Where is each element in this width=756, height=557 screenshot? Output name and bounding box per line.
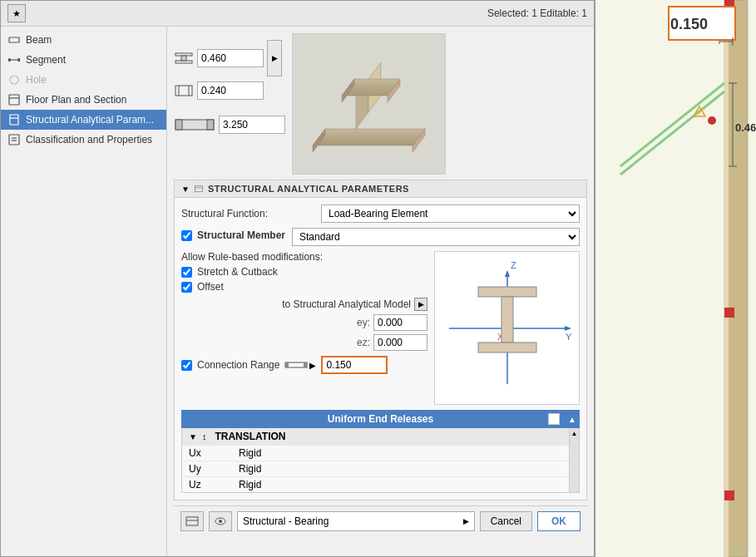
to-structural-label: to Structural Analytical Model — [282, 298, 411, 310]
svg-rect-29 — [195, 185, 203, 192]
offset-checkbox[interactable] — [181, 282, 192, 293]
svg-rect-54 — [724, 490, 734, 500]
bearing-dropdown-label: Structural - Bearing — [243, 515, 329, 527]
ey-input[interactable] — [373, 314, 427, 331]
bearing-dropdown[interactable]: Structural - Bearing ▶ — [237, 511, 475, 531]
translation-row-uy: Uy Rigid — [182, 461, 579, 476]
structural-member-checkbox[interactable] — [181, 230, 192, 241]
structural-member-label: Structural Member — [197, 229, 285, 241]
sidebar-item-classification-label: Classification and Properties — [26, 134, 152, 145]
svg-text:Y: Y — [566, 332, 572, 342]
classification-icon — [7, 133, 21, 146]
left-col: Allow Rule-based modifications: Stretch … — [181, 251, 427, 405]
sidebar-item-beam[interactable]: Beam — [1, 30, 166, 50]
width-param-row: ▶ — [174, 40, 285, 76]
translation-row-uz: Uz Rigid — [182, 476, 579, 492]
sidebar-item-floor-plan[interactable]: Floor Plan and Section — [1, 90, 166, 110]
cancel-button[interactable]: Cancel — [480, 511, 532, 531]
sidebar-item-hole[interactable]: Hole — [1, 70, 166, 90]
section-title: STRUCTURAL ANALYTICAL PARAMETERS — [208, 184, 409, 194]
height-input[interactable] — [197, 81, 264, 100]
connection-range-label: Connection Range — [197, 359, 279, 371]
main-dialog: ★ Selected: 1 Editable: 1 Beam — [0, 0, 595, 557]
ok-button[interactable]: OK — [537, 511, 581, 531]
eye-btn[interactable] — [209, 511, 232, 531]
width-expand-btn[interactable]: ▶ — [267, 40, 282, 76]
ez-row: ez: — [181, 334, 427, 351]
length-param-row — [174, 115, 285, 135]
structural-member-checkbox-row: Structural Member — [181, 229, 285, 241]
svg-point-62 — [708, 116, 716, 125]
svg-rect-20 — [207, 120, 214, 130]
length-icon — [174, 115, 215, 135]
stretch-cutback-checkbox[interactable] — [181, 267, 192, 278]
bottom-bar: Structural - Bearing ▶ Cancel OK — [174, 505, 587, 536]
svg-point-4 — [10, 76, 18, 84]
dialog-body: Beam Segment — [1, 27, 594, 556]
length-input[interactable] — [219, 116, 285, 134]
uniform-end-scroll-btn[interactable]: ▲ — [568, 415, 576, 424]
bearing-dropdown-arrow: ▶ — [463, 517, 469, 525]
hole-icon — [7, 73, 21, 86]
to-structural-btn[interactable]: ▶ — [414, 298, 427, 311]
section-body: Structural Function: Load-Bearing Elemen… — [174, 198, 587, 500]
scroll-bar[interactable]: ▲ — [569, 428, 579, 492]
cad-panel: 0.150 ! 0.463 — [595, 0, 756, 557]
favorites-button[interactable]: ★ — [7, 4, 26, 22]
height-icon — [174, 82, 194, 99]
svg-point-2 — [8, 59, 11, 62]
star-icon: ★ — [12, 8, 21, 19]
section-header: ▼ STRUCTURAL ANALYTICAL PARAMETERS — [174, 180, 587, 198]
sidebar-item-classification[interactable]: Classification and Properties — [1, 130, 166, 150]
dialog-top-bar: ★ Selected: 1 Editable: 1 — [1, 1, 594, 27]
svg-point-3 — [18, 59, 21, 62]
structural-member-row: Structural Member Standard — [181, 228, 580, 246]
svg-text:Z: Z — [511, 260, 516, 270]
to-structural-row: to Structural Analytical Model ▶ — [181, 298, 427, 311]
scroll-up-arrow: ▲ — [571, 430, 578, 437]
connection-range-icon: ▶ — [284, 357, 316, 372]
svg-rect-15 — [175, 86, 192, 96]
svg-rect-53 — [724, 308, 734, 318]
sidebar-item-hole-label: Hole — [26, 74, 47, 86]
ibeam-diagram: Z Y X — [441, 255, 574, 401]
uniform-end-check[interactable]: ✓ — [548, 413, 560, 425]
svg-text:0.150: 0.150 — [670, 16, 708, 32]
translation-header: ▼ ↕ TRANSLATION — [182, 428, 579, 445]
allow-rule-label: Allow Rule-based modifications: — [181, 251, 427, 263]
sidebar-item-segment[interactable]: Segment — [1, 50, 166, 70]
settings-btn[interactable] — [180, 511, 204, 531]
height-param-row — [174, 81, 285, 100]
svg-rect-14 — [181, 56, 186, 61]
section-toggle-btn[interactable]: ▼ — [181, 185, 190, 193]
structural-icon — [7, 113, 21, 126]
sidebar-item-beam-label: Beam — [26, 34, 52, 46]
floor-plan-icon — [7, 93, 21, 106]
top-params-section: ▶ — [174, 33, 587, 175]
svg-rect-33 — [304, 362, 307, 367]
sidebar: Beam Segment — [1, 27, 167, 556]
connection-range-arrow: ▶ — [309, 361, 316, 370]
translation-table: ▼ ↕ TRANSLATION Ux Rigid Uy Rigid — [181, 428, 580, 493]
main-content: ▶ — [167, 27, 594, 556]
cad-svg: 0.150 ! 0.463 — [595, 0, 756, 557]
translation-expand[interactable]: ▼ — [189, 432, 197, 441]
translation-row-ux: Ux Rigid — [182, 445, 579, 461]
standard-select[interactable]: Standard — [292, 228, 580, 246]
ey-row: ey: — [181, 314, 427, 331]
svg-rect-19 — [175, 120, 182, 130]
width-input[interactable] — [197, 49, 264, 67]
connection-range-input[interactable] — [321, 356, 388, 374]
connection-range-checkbox[interactable] — [181, 360, 192, 371]
two-col-layout: Allow Rule-based modifications: Stretch … — [181, 251, 580, 405]
ey-label: ey: — [353, 317, 370, 328]
svg-marker-38 — [565, 326, 571, 331]
ez-input[interactable] — [373, 334, 427, 351]
translation-title: TRANSLATION — [215, 431, 285, 442]
structural-function-select[interactable]: Load-Bearing Element — [321, 205, 580, 223]
sidebar-item-structural-label: Structural Analytical Param... — [26, 114, 154, 126]
svg-rect-45 — [186, 517, 198, 525]
svg-rect-32 — [285, 362, 289, 367]
svg-rect-0 — [9, 37, 19, 42]
sidebar-item-structural[interactable]: Structural Analytical Param... — [1, 110, 166, 130]
